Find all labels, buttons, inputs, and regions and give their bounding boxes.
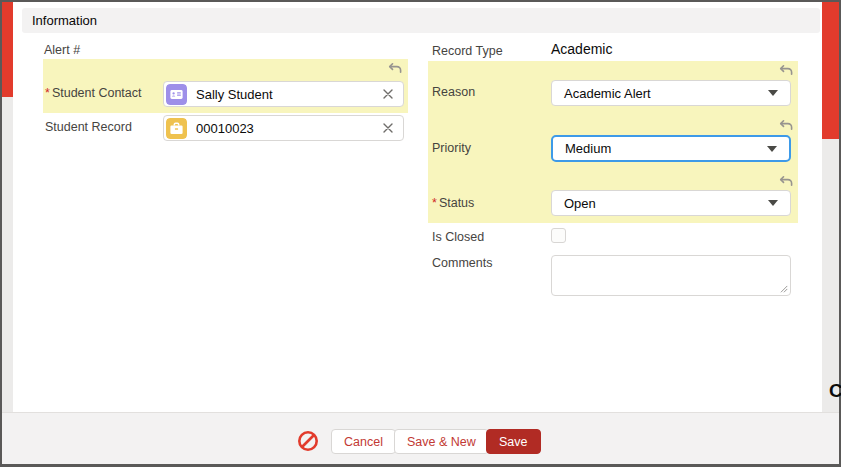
background-page-text: C <box>829 380 841 402</box>
is-closed-label: Is Closed <box>432 230 484 244</box>
clear-icon[interactable] <box>382 88 394 100</box>
background-page-left-edge <box>2 2 13 464</box>
comments-textarea[interactable] <box>551 255 791 296</box>
section-header: Information <box>22 8 820 33</box>
student-record-value: 00010023 <box>196 121 382 136</box>
reason-select[interactable]: Academic Alert <box>551 80 791 106</box>
reason-label: Reason <box>432 85 475 99</box>
undo-icon[interactable] <box>388 61 402 75</box>
undo-icon[interactable] <box>779 174 793 188</box>
comments-field-wrapper <box>551 255 791 296</box>
priority-value: Medium <box>565 141 767 156</box>
required-asterisk: * <box>45 86 50 100</box>
record-type-value: Academic <box>551 41 612 57</box>
reason-value: Academic Alert <box>564 86 768 101</box>
student-record-lookup-field[interactable]: 00010023 <box>163 115 404 141</box>
priority-label: Priority <box>432 141 471 155</box>
record-edit-modal: C Information Alert # *Student Contact S… <box>0 0 841 467</box>
record-type-label: Record Type <box>432 44 503 58</box>
clear-icon[interactable] <box>382 122 394 134</box>
comments-label: Comments <box>432 256 492 270</box>
student-contact-lookup-field[interactable]: Sally Student <box>163 81 404 107</box>
priority-select[interactable]: Medium <box>551 135 791 162</box>
chevron-down-icon <box>768 200 778 206</box>
chevron-down-icon <box>767 146 777 152</box>
section-title: Information <box>32 13 97 28</box>
chevron-down-icon <box>768 90 778 96</box>
student-contact-value: Sally Student <box>196 87 382 102</box>
save-button[interactable]: Save <box>486 429 541 454</box>
cancel-button[interactable]: Cancel <box>331 429 396 454</box>
undo-icon[interactable] <box>779 63 793 77</box>
required-asterisk: * <box>432 196 437 210</box>
student-record-label: Student Record <box>45 120 132 134</box>
student-contact-label: *Student Contact <box>45 86 142 100</box>
error-ban-icon <box>297 430 319 452</box>
alert-number-label: Alert # <box>44 43 80 57</box>
save-and-new-button[interactable]: Save & New <box>394 429 489 454</box>
status-value: Open <box>564 196 768 211</box>
contact-icon <box>166 84 187 105</box>
undo-icon[interactable] <box>779 118 793 132</box>
background-red-accent-left <box>2 2 13 97</box>
is-closed-checkbox[interactable] <box>551 228 566 243</box>
record-icon <box>166 118 187 139</box>
status-label: *Status <box>432 196 474 210</box>
background-red-accent-right <box>822 2 839 139</box>
status-select[interactable]: Open <box>551 190 791 216</box>
resize-handle-icon[interactable] <box>780 285 788 293</box>
